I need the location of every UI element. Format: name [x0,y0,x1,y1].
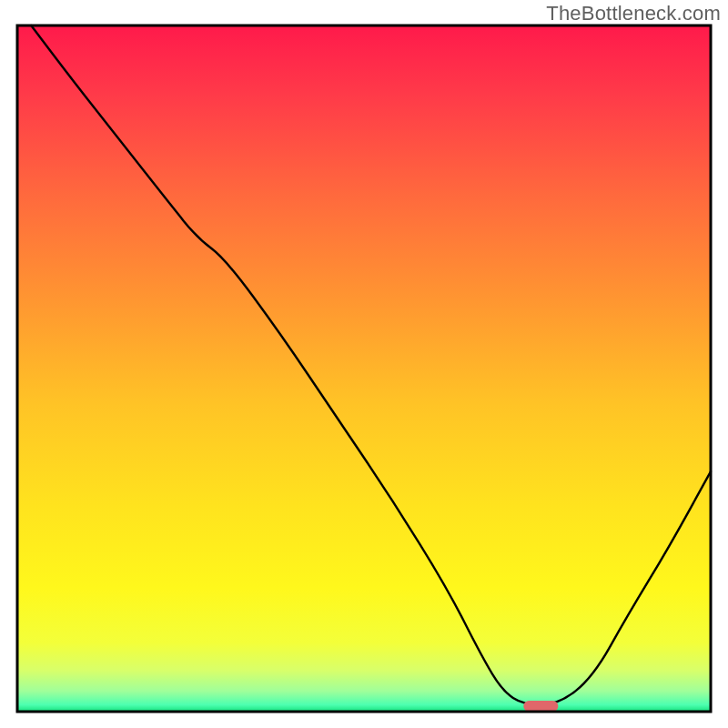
svg-rect-1 [523,701,558,712]
bottleneck-chart [0,0,728,728]
chart-container: { "watermark": "TheBottleneck.com", "cha… [0,0,728,728]
svg-rect-0 [17,25,711,712]
